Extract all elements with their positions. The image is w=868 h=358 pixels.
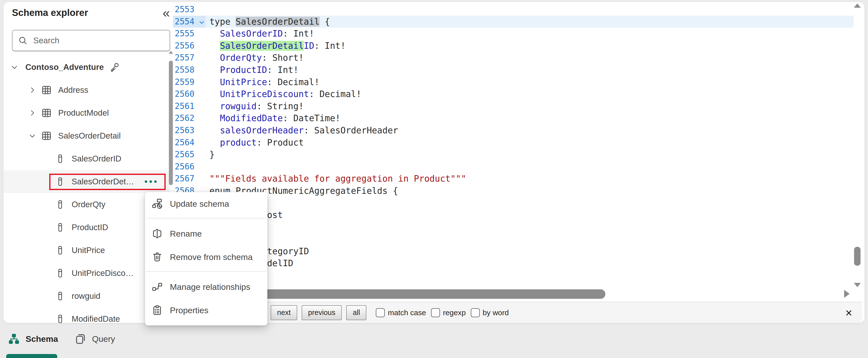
tree-item-productmodel[interactable]: ProductModel (3, 101, 169, 124)
tree-item-modifieddate[interactable]: ModifiedDate (3, 307, 169, 323)
key-icon (109, 62, 120, 72)
tree-item-label: rowguid (72, 291, 100, 301)
code-line-2566: 2566 (173, 161, 854, 173)
scroll-up-icon[interactable] (168, 51, 173, 54)
menu-item-update-schema[interactable]: Update schema (145, 192, 267, 215)
menu-item-rename[interactable]: Rename (145, 222, 267, 245)
tree-item-rowguid[interactable]: rowguid (3, 285, 169, 307)
menu-item-manage-relationships[interactable]: Manage relationships (145, 275, 267, 299)
line-number: 2556 (173, 40, 206, 52)
checkbox-match-case[interactable] (376, 308, 385, 317)
find-option-by-word: by word (471, 308, 509, 317)
tree-item-address[interactable]: Address (3, 79, 169, 101)
column-icon (55, 268, 65, 278)
find-previous-button[interactable]: previous (302, 305, 342, 320)
collapse-sidebar-button[interactable]: « (162, 5, 171, 21)
chevron-right-icon[interactable] (28, 86, 37, 94)
remove-icon (152, 251, 163, 263)
code-line-2571: 2571 ListPrice (173, 221, 854, 233)
more-options-icon (144, 180, 157, 183)
tab-query-label: Query (92, 334, 115, 344)
main-panel: Schema explorer « Contoso_AdventureAddre… (3, 2, 865, 323)
tree-item-label: UnitPriceDisco… (72, 268, 133, 278)
code-line-2565: 2565} (173, 149, 854, 161)
menu-item-remove-from-schema[interactable]: Remove from schema (145, 245, 267, 269)
line-number: 2560 (173, 88, 206, 100)
code-line-2568: 2568enum ProductNumericAggregateFields { (173, 185, 854, 197)
table-icon (41, 108, 52, 118)
tree-item-salesorderid[interactable]: SalesOrderID (3, 147, 169, 170)
code-text: SalesOrderDetailID: Int! (206, 40, 346, 52)
code-line-2555: 2555 SalesOrderID: Int! (173, 28, 854, 40)
update-schema-icon (152, 198, 163, 209)
menu-divider (146, 271, 267, 272)
find-all-button[interactable]: all (346, 305, 366, 320)
code-line-2564: 2564 product: Product (173, 137, 854, 149)
code-text: salesOrderHeader: SalesOrderHeader (206, 124, 398, 137)
checkbox-by-word[interactable] (471, 308, 480, 317)
tab-query[interactable]: Query (74, 323, 115, 355)
tree-item-salesorderdetail[interactable]: SalesOrderDetail (3, 124, 169, 147)
more-options-button[interactable] (143, 170, 159, 193)
menu-item-label: Update schema (170, 199, 229, 209)
chevron-down-icon[interactable] (10, 63, 19, 72)
table-icon (41, 85, 52, 95)
editor-horizontal-scrollbar[interactable] (173, 288, 854, 302)
tree-item-unitprice[interactable]: UnitPrice (3, 239, 169, 262)
chevron-down-icon[interactable] (28, 131, 37, 140)
column-icon (55, 154, 65, 164)
fold-chevron-icon[interactable] (198, 19, 205, 26)
code-line-2556: 2556 SalesOrderDetailID: Int! (173, 40, 854, 52)
code-text: OrderQty: Short! (206, 52, 304, 64)
column-icon (55, 314, 65, 323)
chevron-right-icon[interactable] (28, 109, 37, 117)
scroll-down-icon[interactable] (854, 283, 861, 287)
tree-item-productid[interactable]: ProductID (3, 216, 169, 239)
line-number: 2558 (173, 64, 206, 76)
code-line-2560: 2560 UnitPriceDiscount: Decimal! (173, 88, 854, 100)
scroll-right-icon[interactable] (844, 290, 849, 298)
scroll-up-icon[interactable] (854, 3, 861, 8)
find-option-regexp: regexp (431, 308, 466, 317)
line-number: 2564 (173, 137, 206, 149)
editor-find-bar: nextpreviousall match caseregexpby word … (173, 302, 862, 323)
chevron-down-icon (28, 131, 37, 140)
graphql-schema-editor[interactable]: 25532554type SalesOrderDetail {2555 Sale… (173, 2, 854, 287)
editor-vertical-scrollbar[interactable] (854, 3, 861, 287)
column-icon (55, 245, 65, 255)
tree-item-unitpricedisco-[interactable]: UnitPriceDisco… (3, 262, 169, 285)
code-line-2553: 2553 (173, 3, 854, 16)
sidebar-scrollbar-thumb[interactable] (169, 61, 173, 185)
menu-divider (146, 218, 267, 218)
line-number: 2566 (173, 161, 206, 173)
menu-item-label: Rename (170, 229, 202, 239)
relationships-icon (152, 281, 163, 293)
menu-item-label: Remove from schema (170, 252, 253, 262)
checkbox-label: match case (388, 308, 426, 317)
tree-item-label: OrderQty (72, 200, 105, 209)
tab-schema[interactable]: Schema (8, 323, 58, 355)
tree-item-contoso-adventure[interactable]: Contoso_Adventure (3, 56, 169, 79)
code-line-2563: 2563 salesOrderHeader: SalesOrderHeader (173, 124, 854, 137)
close-find-bar-button[interactable]: ✕ (844, 308, 854, 319)
tree-item-label: SalesOrderDet… (72, 177, 134, 186)
chevron-right-icon (28, 86, 37, 94)
vertical-scrollbar-thumb[interactable] (854, 247, 861, 266)
search-box (12, 30, 170, 51)
line-number: 2555 (173, 28, 206, 40)
find-option-match-case: match case (376, 308, 426, 317)
table-icon (41, 108, 52, 118)
menu-item-properties[interactable]: Properties (145, 299, 267, 322)
tree-item-orderqty[interactable]: OrderQty (3, 193, 169, 216)
column-icon (55, 245, 65, 255)
checkbox-regexp[interactable] (431, 308, 440, 317)
line-number: 2553 (173, 3, 206, 16)
rename-icon (152, 228, 163, 239)
tree-item-salesorderdet-[interactable]: SalesOrderDet… (3, 170, 169, 193)
sidebar-scrollbar[interactable] (168, 51, 173, 200)
code-line-2554: 2554type SalesOrderDetail { (173, 16, 854, 28)
column-icon (55, 177, 65, 187)
find-next-button[interactable]: next (271, 305, 297, 320)
tree-item-label: UnitPrice (72, 245, 105, 255)
search-input[interactable] (33, 36, 164, 46)
